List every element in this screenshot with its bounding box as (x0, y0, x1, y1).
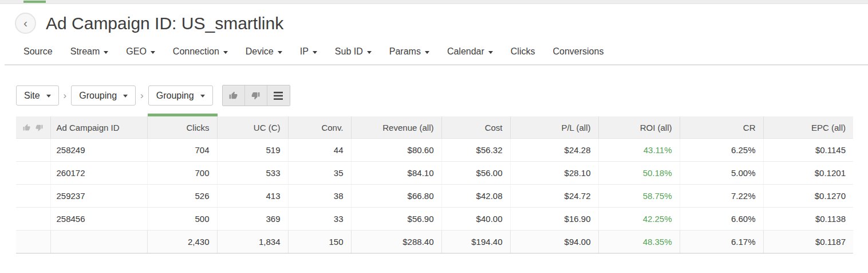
total-cr-cell: 6.17% (680, 231, 763, 253)
clicks-cell: 700 (147, 162, 217, 185)
total-roi-cell: 48.35% (598, 231, 680, 253)
thumb-up-icon (229, 91, 238, 100)
column-header-ad-campaign-id[interactable]: Ad Campaign ID (50, 115, 147, 139)
grouping-dropdown-label: Grouping (156, 91, 194, 101)
nav-item-clicks[interactable]: Clicks (511, 46, 535, 57)
clicks-cell: 704 (147, 139, 217, 162)
chevron-down-icon (151, 51, 155, 54)
column-header-epc[interactable]: EPC (all) (763, 115, 853, 139)
conv-cell: 35 (288, 162, 351, 185)
revenue-cell: $84.10 (351, 162, 441, 185)
nav-item-conversions[interactable]: Conversions (553, 46, 603, 57)
column-header-pl[interactable]: P/L (all) (510, 115, 598, 139)
clicks-cell: 500 (147, 208, 217, 231)
column-header-cost[interactable]: Cost (441, 115, 510, 139)
nav-item-label: Stream (70, 46, 100, 57)
uc-cell: 533 (217, 162, 288, 185)
cost-cell: $56.00 (441, 162, 510, 185)
column-header-cr[interactable]: CR (680, 115, 763, 139)
pl-cell: $16.90 (510, 208, 598, 231)
nav-item-label: Params (389, 46, 421, 57)
cost-cell: $42.08 (441, 185, 510, 208)
campaign-id-cell[interactable]: 258456 (50, 208, 147, 231)
row-thumbs-cell[interactable] (16, 185, 50, 208)
uc-cell: 369 (217, 208, 288, 231)
table-row: 258456 500 369 33 $56.90 $40.00 $16.90 4… (16, 208, 853, 231)
nav-item-params[interactable]: Params (389, 46, 429, 57)
top-tabs-strip (0, 0, 868, 4)
nav-item-label: Device (246, 46, 274, 57)
chevron-down-icon (46, 95, 51, 98)
revenue-cell: $56.90 (351, 208, 441, 231)
nav-item-connection[interactable]: Connection (173, 46, 228, 57)
nav-item-label: Sub ID (335, 46, 363, 57)
epc-cell: $0.1145 (763, 139, 853, 162)
title-row: ‹ Ad Campaign ID: US_smartlink (0, 4, 868, 34)
pl-cell: $24.72 (510, 185, 598, 208)
report-nav: Source Stream GEO Connection Device IP S… (23, 46, 868, 57)
back-button[interactable]: ‹ (15, 13, 36, 34)
column-header-revenue[interactable]: Revenue (all) (351, 115, 441, 139)
thumb-up-icon[interactable] (23, 124, 30, 131)
page-title: Ad Campaign ID: US_smartlink (46, 14, 283, 33)
nav-item-calendar[interactable]: Calendar (447, 46, 493, 57)
nav-item-label: Calendar (447, 46, 484, 57)
revenue-cell: $66.80 (351, 185, 441, 208)
campaign-id-cell[interactable]: 258249 (50, 139, 147, 162)
column-header-conv[interactable]: Conv. (288, 115, 351, 139)
roi-cell: 42.25% (598, 208, 680, 231)
chevron-down-icon (123, 95, 128, 98)
campaign-id-cell[interactable]: 259237 (50, 185, 147, 208)
cr-cell: 5.00% (680, 162, 763, 185)
grouping-dropdown-button-1[interactable]: Grouping (71, 85, 136, 106)
table-row: 258249 704 519 44 $80.60 $56.32 $24.28 4… (16, 139, 853, 162)
thumb-down-filter-button[interactable] (245, 85, 267, 106)
row-thumbs-cell[interactable] (16, 162, 50, 185)
campaign-stats-table: Ad Campaign ID Clicks UC (C) Conv. Reven… (16, 114, 853, 253)
nav-item-label: GEO (126, 46, 147, 57)
nav-item-device[interactable]: Device (246, 46, 282, 57)
chevron-down-icon (488, 51, 493, 54)
revenue-cell: $80.60 (351, 139, 441, 162)
breadcrumb-chevron-icon: › (64, 91, 67, 100)
total-uc-cell: 1,834 (217, 231, 288, 253)
total-clicks-cell: 2,430 (147, 231, 217, 253)
row-thumbs-cell[interactable] (16, 208, 50, 231)
nav-item-source[interactable]: Source (23, 46, 53, 57)
table-header-row: Ad Campaign ID Clicks UC (C) Conv. Reven… (16, 115, 853, 139)
thumb-up-filter-button[interactable] (223, 85, 245, 106)
roi-cell: 58.75% (598, 185, 680, 208)
nav-item-sub-id[interactable]: Sub ID (335, 46, 372, 57)
column-header-uc[interactable]: UC (C) (217, 115, 288, 139)
nav-item-ip[interactable]: IP (300, 46, 317, 57)
nav-item-stream[interactable]: Stream (70, 46, 109, 57)
row-thumbs-cell[interactable] (16, 139, 50, 162)
site-dropdown-button[interactable]: Site (16, 85, 59, 106)
uc-cell: 413 (217, 185, 288, 208)
pl-cell: $24.28 (510, 139, 598, 162)
nav-item-label: IP (300, 46, 309, 57)
menu-button[interactable] (267, 85, 290, 106)
grouping-dropdown-label: Grouping (79, 91, 117, 101)
column-header-roi[interactable]: ROI (all) (598, 115, 680, 139)
conv-cell: 33 (288, 208, 351, 231)
cr-cell: 7.22% (680, 185, 763, 208)
grouping-dropdown-button-2[interactable]: Grouping (148, 85, 213, 106)
total-epc-cell: $0.1187 (763, 231, 853, 253)
nav-item-geo[interactable]: GEO (126, 46, 155, 57)
nav-item-label: Connection (173, 46, 219, 57)
cr-cell: 6.25% (680, 139, 763, 162)
total-thumbs-cell (16, 231, 50, 253)
section-divider (5, 64, 868, 65)
thumb-down-icon[interactable] (35, 124, 43, 131)
total-label-cell (50, 231, 147, 253)
column-header-clicks[interactable]: Clicks (147, 115, 217, 139)
grouping-toolbar: Site › Grouping › Grouping (16, 85, 868, 106)
back-chevron-icon: ‹ (23, 17, 27, 29)
chevron-down-icon (313, 51, 317, 54)
chevron-down-icon (200, 95, 205, 98)
conv-cell: 44 (288, 139, 351, 162)
chevron-down-icon (367, 51, 372, 54)
campaign-id-cell[interactable]: 260172 (50, 162, 147, 185)
thumb-down-icon (251, 91, 260, 100)
